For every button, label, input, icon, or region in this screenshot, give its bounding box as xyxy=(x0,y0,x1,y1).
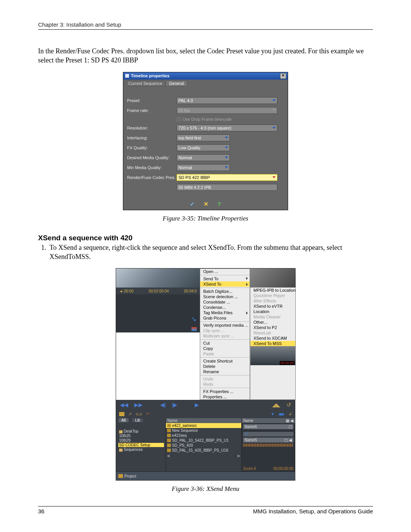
flag-icon xyxy=(191,327,197,331)
menu-open[interactable]: Open ... xyxy=(200,269,250,274)
undo-icon[interactable]: ↶ xyxy=(146,412,150,417)
submenu-p2[interactable]: XSend to P2 xyxy=(250,325,295,330)
tree-item-selected[interactable]: SD CODEC Setup xyxy=(118,443,164,447)
drop-frame-checkbox: Use Drop Frame timecode xyxy=(177,117,284,121)
framerate-dropdown: 25 fps xyxy=(177,107,277,114)
fxquality-label: FX Quality: xyxy=(127,145,177,150)
fxquality-dropdown[interactable]: Low Quality xyxy=(177,144,230,151)
menu-consolidate[interactable]: Consolidate ... xyxy=(200,299,250,305)
box-icon: ▢ ◀ xyxy=(284,438,292,442)
submenu-location[interactable]: Location xyxy=(250,309,295,314)
marker-down-icon[interactable]: ▼ xyxy=(271,412,275,416)
marker-icon: ➘ xyxy=(191,315,197,323)
step-back-button[interactable]: ◀| xyxy=(160,402,166,408)
list-item[interactable]: SD_PAL_10_S422_IBBP_PS_U1 xyxy=(166,438,241,443)
help-button[interactable]: ? xyxy=(217,201,221,207)
folder-icon[interactable] xyxy=(119,412,124,416)
menu-cut[interactable]: Cut xyxy=(200,339,250,346)
detail-row[interactable]: Name5▢ ◀ xyxy=(243,438,293,443)
step-1: To XSend a sequence, right-click the seq… xyxy=(48,243,373,262)
interlacing-label: Interlacing: xyxy=(127,136,177,140)
resolution-dropdown[interactable]: 720 x 576 - 4:3 (non square) xyxy=(177,125,277,131)
menu-copy[interactable]: Copy xyxy=(200,346,250,351)
page-header: Chapter 3: Installation and Setup xyxy=(38,21,373,30)
detail-row[interactable]: Name6▢ xyxy=(243,424,293,429)
resolution-label: Resolution: xyxy=(127,126,177,130)
chevron-down-icon xyxy=(225,166,228,168)
detail-column-header[interactable]: Name▦ ◀ xyxy=(242,418,295,423)
tab-current-sequence[interactable]: Current Sequence xyxy=(125,80,166,86)
bin-column-header[interactable]: Name xyxy=(166,418,241,423)
menu-verify-media[interactable]: Verify imported media ... xyxy=(200,321,250,328)
menu-properties[interactable]: Properties ... xyxy=(200,394,250,399)
link-icon[interactable]: ⊂⊃ xyxy=(135,412,142,417)
menu-condense[interactable]: Condense... xyxy=(200,305,250,310)
submenu-mss[interactable]: XSend To MSS xyxy=(250,341,295,346)
tab-general[interactable]: General xyxy=(166,80,187,86)
chevron-down-icon xyxy=(272,176,276,178)
list-item[interactable]: SD_PS_420 xyxy=(166,443,241,448)
box-icon: ▢ xyxy=(288,425,292,429)
section-heading: XSend a sequence with 420 xyxy=(38,234,373,242)
scroll-right-icon[interactable]: ▶ xyxy=(237,454,241,458)
return-icon[interactable]: ↲ xyxy=(288,412,292,417)
list-item[interactable]: SD_PAL_15_420_IBBP_PS_U16 xyxy=(166,448,241,453)
menu-tag-media[interactable]: Tag Media Files xyxy=(200,310,250,315)
xsend-screenshot: ◄ 00:0000:02:00:0400:04:0 ➘ Open ... Sen… xyxy=(116,268,295,481)
menu-rename[interactable]: Rename xyxy=(200,369,250,374)
preset-dropdown[interactable]: PAL 4:3 xyxy=(177,97,277,104)
desired-mq-dropdown[interactable]: Normal xyxy=(177,154,230,161)
tree-item[interactable]: 108i29 xyxy=(118,438,164,443)
footer-title: MMG Installation, Setup, and Operations … xyxy=(253,508,373,514)
list-item[interactable]: New Sequence xyxy=(166,428,241,433)
menu-sendto[interactable]: Send To xyxy=(200,275,250,281)
list-item-selected[interactable]: e422_samesrc xyxy=(166,423,241,428)
arrow-icon[interactable]: ↗ xyxy=(128,412,132,417)
mark-in-button[interactable]: ◢◣ xyxy=(272,402,280,408)
close-icon[interactable]: × xyxy=(280,73,286,79)
project-tab[interactable]: Project xyxy=(116,471,295,480)
submenu-other[interactable]: Other... xyxy=(250,320,295,325)
submenu-quicktime: Quicktime Player xyxy=(250,293,295,298)
bin-detail-panel: Name▦ ◀ Name6▢ V Name5▢ ◀ xyxy=(242,418,295,471)
tree-tab-all[interactable]: All xyxy=(118,418,129,422)
list-item[interactable]: e422seq xyxy=(166,433,241,438)
menu-paste: Paste xyxy=(200,351,250,356)
submenu-arrow-icon xyxy=(246,283,248,286)
menu-scene-detection[interactable]: Scene detection ... xyxy=(200,294,250,299)
submenu-wavelab: WaveLab xyxy=(250,330,295,335)
menu-fx-properties[interactable]: FX Properties ... xyxy=(200,388,250,394)
framerate-label: Frame rate: xyxy=(127,108,177,113)
marker-set-icon[interactable]: ◆▶ xyxy=(279,412,285,417)
cancel-button[interactable]: ✕ xyxy=(204,201,209,207)
interlacing-dropdown[interactable]: top field first xyxy=(177,134,230,141)
step-fwd-button[interactable]: |▶ xyxy=(172,402,178,408)
tree-item[interactable]: 108i25 xyxy=(118,434,164,438)
menu-create-shortcut[interactable]: Create Shortcut xyxy=(200,357,250,364)
submenu-mpeg-ipb[interactable]: MPEG-IPB to Location xyxy=(250,288,295,293)
submenu-after-effects: After Effects xyxy=(250,298,295,304)
tree-item[interactable]: DeskTop xyxy=(118,429,164,433)
play-button[interactable]: ▶ xyxy=(195,402,199,408)
tree-tab-lib[interactable]: Lib xyxy=(132,418,143,422)
submenu-evtr[interactable]: XSend to eVTR xyxy=(250,304,295,309)
scroll-left-icon[interactable]: ◀ xyxy=(167,454,170,458)
page-footer: 36 MMG Installation, Setup, and Operatio… xyxy=(38,506,373,514)
folder-icon xyxy=(119,430,123,433)
preview-timecode: 00:00:00 xyxy=(280,361,295,365)
submenu-xdcam[interactable]: XSend to XDCAM xyxy=(250,335,295,341)
min-mq-dropdown[interactable]: Normal xyxy=(177,164,230,171)
renderfuse-dropdown[interactable]: SD PS 422 IBBP xyxy=(177,174,277,181)
ok-button[interactable]: ✓ xyxy=(190,201,195,207)
rewind-button[interactable]: ◀◀ xyxy=(120,402,128,408)
desired-mq-label: Desired Media Quality: xyxy=(127,155,177,160)
menu-delete[interactable]: Delete xyxy=(200,364,250,369)
menu-batch-digitize[interactable]: Batch Digitize... xyxy=(200,288,250,294)
fastfwd-button[interactable]: ▶▶ xyxy=(134,402,143,408)
menu-xsendto[interactable]: XSend To xyxy=(200,281,250,287)
menu-grab-picons[interactable]: Grab Picons xyxy=(200,315,250,321)
grid-icon[interactable]: ▦ ◀ xyxy=(286,419,293,423)
tree-item[interactable]: Sequences xyxy=(118,447,164,452)
loop-button[interactable]: ↺ xyxy=(287,402,291,408)
detail-track[interactable]: V xyxy=(243,432,293,436)
